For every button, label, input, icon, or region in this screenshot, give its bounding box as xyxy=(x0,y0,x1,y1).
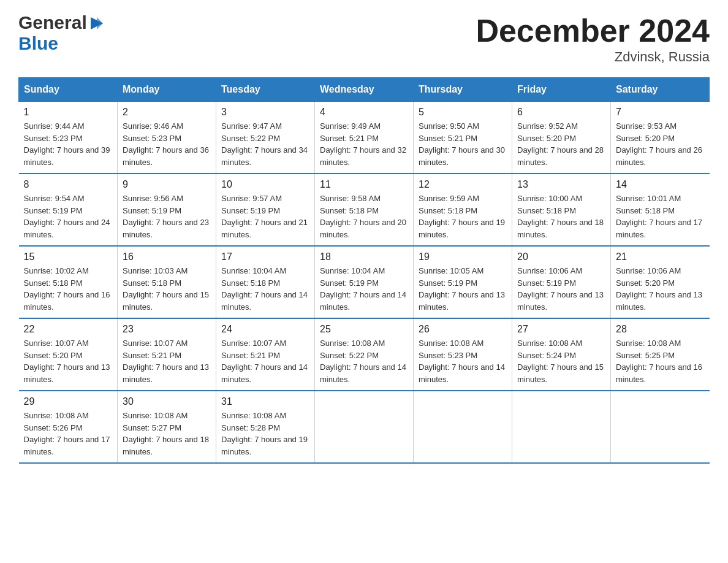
calendar-cell: 28 Sunrise: 10:08 AMSunset: 5:25 PMDayli… xyxy=(611,318,710,391)
day-number: 12 xyxy=(419,179,507,190)
day-info: Sunrise: 9:44 AMSunset: 5:23 PMDaylight:… xyxy=(24,120,113,168)
calendar-cell: 12 Sunrise: 9:59 AMSunset: 5:18 PMDaylig… xyxy=(414,174,512,246)
calendar-cell: 30 Sunrise: 10:08 AMSunset: 5:27 PMDayli… xyxy=(118,391,216,463)
page-subtitle: Zdvinsk, Russia xyxy=(476,49,710,65)
day-number: 3 xyxy=(221,107,309,118)
day-number: 7 xyxy=(616,107,705,118)
day-header-friday: Friday xyxy=(512,78,611,102)
calendar-cell: 17 Sunrise: 10:04 AMSunset: 5:18 PMDayli… xyxy=(216,246,315,318)
calendar-cell: 4 Sunrise: 9:49 AMSunset: 5:21 PMDayligh… xyxy=(315,102,414,174)
day-number: 16 xyxy=(123,251,211,262)
day-info: Sunrise: 9:58 AMSunset: 5:18 PMDaylight:… xyxy=(320,193,408,240)
day-number: 26 xyxy=(419,324,507,335)
day-info: Sunrise: 9:46 AMSunset: 5:23 PMDaylight:… xyxy=(123,120,211,168)
day-header-tuesday: Tuesday xyxy=(216,78,315,102)
day-header-saturday: Saturday xyxy=(611,78,710,102)
day-number: 2 xyxy=(123,107,211,118)
calendar-cell: 24 Sunrise: 10:07 AMSunset: 5:21 PMDayli… xyxy=(216,318,315,391)
calendar-cell: 8 Sunrise: 9:54 AMSunset: 5:19 PMDayligh… xyxy=(19,174,118,246)
calendar-header-row: SundayMondayTuesdayWednesdayThursdayFrid… xyxy=(19,78,710,102)
day-info: Sunrise: 9:54 AMSunset: 5:19 PMDaylight:… xyxy=(24,193,113,240)
day-number: 18 xyxy=(320,251,408,262)
calendar-cell: 19 Sunrise: 10:05 AMSunset: 5:19 PMDayli… xyxy=(414,246,512,318)
day-number: 5 xyxy=(419,107,507,118)
calendar-table: SundayMondayTuesdayWednesdayThursdayFrid… xyxy=(18,77,710,464)
calendar-week-row: 15 Sunrise: 10:02 AMSunset: 5:18 PMDayli… xyxy=(19,246,710,318)
calendar-cell: 2 Sunrise: 9:46 AMSunset: 5:23 PMDayligh… xyxy=(118,102,216,174)
day-number: 13 xyxy=(517,179,605,190)
day-info: Sunrise: 10:06 AMSunset: 5:20 PMDaylight… xyxy=(616,265,705,313)
day-header-sunday: Sunday xyxy=(19,78,118,102)
calendar-cell: 25 Sunrise: 10:08 AMSunset: 5:22 PMDayli… xyxy=(315,318,414,391)
calendar-cell: 21 Sunrise: 10:06 AMSunset: 5:20 PMDayli… xyxy=(611,246,710,318)
page-header: General Blue December 2024 Zdvinsk, Russ… xyxy=(18,12,710,65)
calendar-cell: 16 Sunrise: 10:03 AMSunset: 5:18 PMDayli… xyxy=(118,246,216,318)
day-info: Sunrise: 10:03 AMSunset: 5:18 PMDaylight… xyxy=(123,265,211,313)
logo-general-text: General xyxy=(18,12,87,33)
day-number: 28 xyxy=(616,324,705,335)
day-info: Sunrise: 9:52 AMSunset: 5:20 PMDaylight:… xyxy=(517,120,605,168)
day-number: 29 xyxy=(24,396,113,407)
calendar-cell: 10 Sunrise: 9:57 AMSunset: 5:19 PMDaylig… xyxy=(216,174,315,246)
day-info: Sunrise: 10:06 AMSunset: 5:19 PMDaylight… xyxy=(517,265,605,313)
svg-marker-1 xyxy=(97,17,103,29)
day-number: 1 xyxy=(24,107,113,118)
title-block: December 2024 Zdvinsk, Russia xyxy=(476,12,710,65)
day-number: 6 xyxy=(517,107,605,118)
calendar-cell: 3 Sunrise: 9:47 AMSunset: 5:22 PMDayligh… xyxy=(216,102,315,174)
calendar-cell: 26 Sunrise: 10:08 AMSunset: 5:23 PMDayli… xyxy=(414,318,512,391)
day-number: 14 xyxy=(616,179,705,190)
day-number: 24 xyxy=(221,324,309,335)
calendar-cell: 14 Sunrise: 10:01 AMSunset: 5:18 PMDayli… xyxy=(611,174,710,246)
day-info: Sunrise: 9:57 AMSunset: 5:19 PMDaylight:… xyxy=(221,193,309,240)
day-info: Sunrise: 9:49 AMSunset: 5:21 PMDaylight:… xyxy=(320,120,408,168)
day-info: Sunrise: 9:50 AMSunset: 5:21 PMDaylight:… xyxy=(419,120,507,168)
day-info: Sunrise: 10:07 AMSunset: 5:21 PMDaylight… xyxy=(221,337,309,385)
calendar-cell: 22 Sunrise: 10:07 AMSunset: 5:20 PMDayli… xyxy=(19,318,118,391)
day-number: 8 xyxy=(24,179,113,190)
day-number: 11 xyxy=(320,179,408,190)
day-info: Sunrise: 9:59 AMSunset: 5:18 PMDaylight:… xyxy=(419,193,507,240)
day-info: Sunrise: 10:07 AMSunset: 5:20 PMDaylight… xyxy=(24,337,113,385)
calendar-cell: 13 Sunrise: 10:00 AMSunset: 5:18 PMDayli… xyxy=(512,174,611,246)
day-info: Sunrise: 10:00 AMSunset: 5:18 PMDaylight… xyxy=(517,193,605,240)
calendar-week-row: 22 Sunrise: 10:07 AMSunset: 5:20 PMDayli… xyxy=(19,318,710,391)
calendar-cell xyxy=(611,391,710,463)
day-info: Sunrise: 10:01 AMSunset: 5:18 PMDaylight… xyxy=(616,193,705,240)
day-info: Sunrise: 9:47 AMSunset: 5:22 PMDaylight:… xyxy=(221,120,309,168)
day-number: 4 xyxy=(320,107,408,118)
day-info: Sunrise: 9:53 AMSunset: 5:20 PMDaylight:… xyxy=(616,120,705,168)
day-info: Sunrise: 10:08 AMSunset: 5:27 PMDaylight… xyxy=(123,410,211,458)
calendar-cell: 9 Sunrise: 9:56 AMSunset: 5:19 PMDayligh… xyxy=(118,174,216,246)
logo: General Blue xyxy=(18,12,105,54)
day-info: Sunrise: 10:08 AMSunset: 5:22 PMDaylight… xyxy=(320,337,408,385)
calendar-cell: 20 Sunrise: 10:06 AMSunset: 5:19 PMDayli… xyxy=(512,246,611,318)
calendar-cell xyxy=(315,391,414,463)
day-info: Sunrise: 10:04 AMSunset: 5:19 PMDaylight… xyxy=(320,265,408,313)
day-number: 25 xyxy=(320,324,408,335)
calendar-cell: 27 Sunrise: 10:08 AMSunset: 5:24 PMDayli… xyxy=(512,318,611,391)
calendar-week-row: 1 Sunrise: 9:44 AMSunset: 5:23 PMDayligh… xyxy=(19,102,710,174)
day-info: Sunrise: 10:04 AMSunset: 5:18 PMDaylight… xyxy=(221,265,309,313)
calendar-cell: 6 Sunrise: 9:52 AMSunset: 5:20 PMDayligh… xyxy=(512,102,611,174)
day-number: 22 xyxy=(24,324,113,335)
day-info: Sunrise: 10:08 AMSunset: 5:26 PMDaylight… xyxy=(24,410,113,458)
day-number: 15 xyxy=(24,251,113,262)
calendar-cell: 7 Sunrise: 9:53 AMSunset: 5:20 PMDayligh… xyxy=(611,102,710,174)
day-number: 21 xyxy=(616,251,705,262)
calendar-cell: 31 Sunrise: 10:08 AMSunset: 5:28 PMDayli… xyxy=(216,391,315,463)
day-number: 30 xyxy=(123,396,211,407)
day-number: 9 xyxy=(123,179,211,190)
calendar-cell: 29 Sunrise: 10:08 AMSunset: 5:26 PMDayli… xyxy=(19,391,118,463)
calendar-cell: 11 Sunrise: 9:58 AMSunset: 5:18 PMDaylig… xyxy=(315,174,414,246)
day-info: Sunrise: 10:08 AMSunset: 5:28 PMDaylight… xyxy=(221,410,309,458)
day-header-monday: Monday xyxy=(118,78,216,102)
calendar-cell: 15 Sunrise: 10:02 AMSunset: 5:18 PMDayli… xyxy=(19,246,118,318)
calendar-cell: 1 Sunrise: 9:44 AMSunset: 5:23 PMDayligh… xyxy=(19,102,118,174)
page-title: December 2024 xyxy=(476,12,710,49)
day-number: 23 xyxy=(123,324,211,335)
day-info: Sunrise: 10:05 AMSunset: 5:19 PMDaylight… xyxy=(419,265,507,313)
calendar-cell xyxy=(414,391,512,463)
calendar-cell: 18 Sunrise: 10:04 AMSunset: 5:19 PMDayli… xyxy=(315,246,414,318)
day-header-thursday: Thursday xyxy=(414,78,512,102)
